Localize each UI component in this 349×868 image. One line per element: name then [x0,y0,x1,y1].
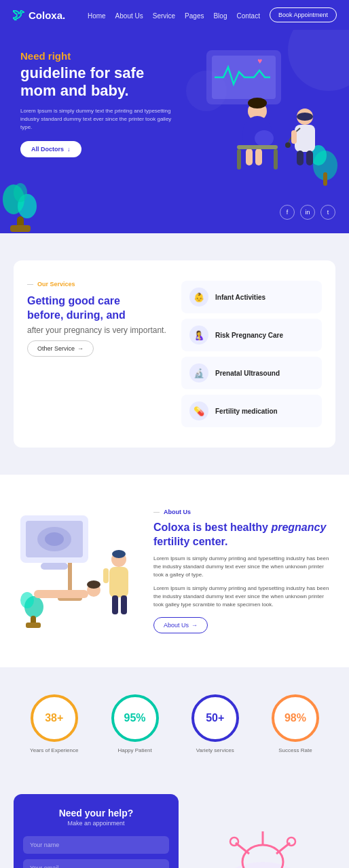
logo[interactable]: 🕊 Coloxa. [12,8,65,22]
service-card-risk: 🤱 Risk Pregnancy Care [181,319,322,351]
appointment-subtitle: Make an appoinment [23,820,169,827]
arrow-right-icon: → [191,622,198,629]
svg-point-42 [112,550,126,558]
nav-links: Home About Us Service Pages Blog Contact [88,9,260,21]
linkedin-icon[interactable]: in [300,205,315,220]
twitter-icon[interactable]: t [320,205,335,220]
about-label: About Us [153,509,335,515]
appointment-illustration [189,794,335,868]
svg-point-51 [230,837,238,846]
service-name-fertility: Fertility medication [215,408,278,415]
services-label: Our Services [27,281,168,288]
service-name-risk: Risk Pregnancy Care [215,332,283,339]
svg-rect-19 [291,130,297,144]
risk-icon: 🤱 [189,326,208,344]
stat-label-experience: Years of Experience [30,747,78,753]
other-service-button[interactable]: Other Service → [27,340,94,357]
stat-circle-variety: 50+ [191,694,239,742]
appointment-title: Need your help? [23,808,169,818]
nav-about[interactable]: About Us [115,12,143,20]
svg-rect-21 [306,151,313,165]
hero-cta-button[interactable]: All Doctors ↓ [20,141,81,157]
svg-point-40 [87,580,100,589]
svg-rect-12 [237,145,278,149]
hero-description: Lorem Ipsum is simply dummy text the pri… [20,107,183,132]
appointment-email-input[interactable] [23,859,169,868]
hero-plant-left [0,179,41,233]
svg-rect-11 [255,149,262,165]
appointment-name-input[interactable] [23,836,169,854]
services-left: Our Services Getting good care before, d… [27,281,168,427]
service-name-infant: Infant Activities [215,294,265,301]
stat-label-patient: Happy Patient [111,747,159,753]
about-illustration [14,502,143,640]
about-desc2: Lorem Ipsum is simply dummy printing and… [153,585,335,609]
services-card: Our Services Getting good care before, d… [14,260,335,448]
nav-contact[interactable]: Contact [236,12,259,20]
arrow-right-icon: → [77,345,84,352]
book-appointment-button[interactable]: Book Appointment [270,7,337,22]
svg-rect-10 [246,149,253,165]
stats-section: 38+ Years of Experience 95% Happy Patien… [0,667,349,781]
nav-blog[interactable]: Blog [213,12,227,20]
svg-rect-13 [237,149,241,170]
nav-home[interactable]: Home [88,12,106,20]
about-desc1: Lorem Ipsum is simply dummy printing and… [153,555,335,579]
svg-rect-26 [10,225,31,232]
stat-label-success: Success Rate [272,747,319,753]
svg-rect-17 [295,125,315,152]
nav-pages[interactable]: Pages [185,12,204,20]
svg-rect-43 [109,567,128,597]
hero-social-icons: f in t [280,205,335,220]
stat-circle-success: 98% [272,694,319,742]
stat-success: 98% Success Rate [272,694,319,753]
prenatal-icon: 🔬 [189,363,208,382]
svg-point-53 [287,837,295,846]
svg-text:♥: ♥ [257,56,262,66]
svg-point-18 [285,142,291,148]
stat-circle-patient: 95% [111,694,159,742]
services-right: 👶 Infant Activities 🤱 Risk Pregnancy Car… [181,281,322,427]
hero-tagline: Need right [20,50,183,62]
svg-rect-45 [112,595,118,614]
logo-icon: 🕊 [12,8,24,22]
about-us-button[interactable]: About Us → [153,617,208,633]
svg-rect-46 [121,595,127,614]
hero-content: Need right guideline for safe mom and ba… [20,50,183,157]
hero-illustration: ♥ [200,43,342,193]
svg-point-7 [248,98,267,108]
service-card-infant: 👶 Infant Activities [181,281,322,313]
hero-title: guideline for safe mom and baby. [20,64,183,100]
svg-point-16 [297,113,313,121]
svg-point-47 [202,862,324,868]
svg-point-30 [45,532,64,546]
services-heading: Getting good care before, during, and af… [27,294,168,336]
logo-text: Coloxa. [29,9,65,21]
infant-icon: 👶 [189,288,208,307]
stat-circle-experience: 38+ [31,694,78,742]
svg-rect-20 [297,151,304,165]
stat-experience: 38+ Years of Experience [30,694,78,753]
services-section: Our Services Getting good care before, d… [0,233,349,475]
fertility-icon: 💊 [189,401,208,420]
svg-rect-31 [41,563,68,570]
svg-point-9 [255,130,274,146]
arrow-icon: ↓ [67,146,71,153]
svg-point-35 [20,592,34,608]
about-heading: Coloxa is best healthy pregnancy fertili… [153,521,335,549]
svg-point-24 [14,183,27,202]
about-content: About Us Coloxa is best healthy pregnanc… [153,509,335,633]
service-card-prenatal: 🔬 Prenatal Ultrasound [181,357,322,389]
stat-patient: 95% Happy Patient [111,694,159,753]
stat-variety: 50+ Variety services [191,694,239,753]
facebook-icon[interactable]: f [280,205,295,220]
stats-grid: 38+ Years of Experience 95% Happy Patien… [14,694,335,753]
svg-rect-14 [274,149,278,170]
svg-rect-44 [103,568,109,583]
nav-service[interactable]: Service [153,12,175,20]
appointment-section: Need your help? Make an appoinment [0,781,349,868]
hero-section: Need right guideline for safe mom and ba… [0,30,349,233]
service-card-fertility: 💊 Fertility medication [181,395,322,427]
svg-rect-38 [34,590,88,598]
about-section: About Us Coloxa is best healthy pregnanc… [0,475,349,667]
